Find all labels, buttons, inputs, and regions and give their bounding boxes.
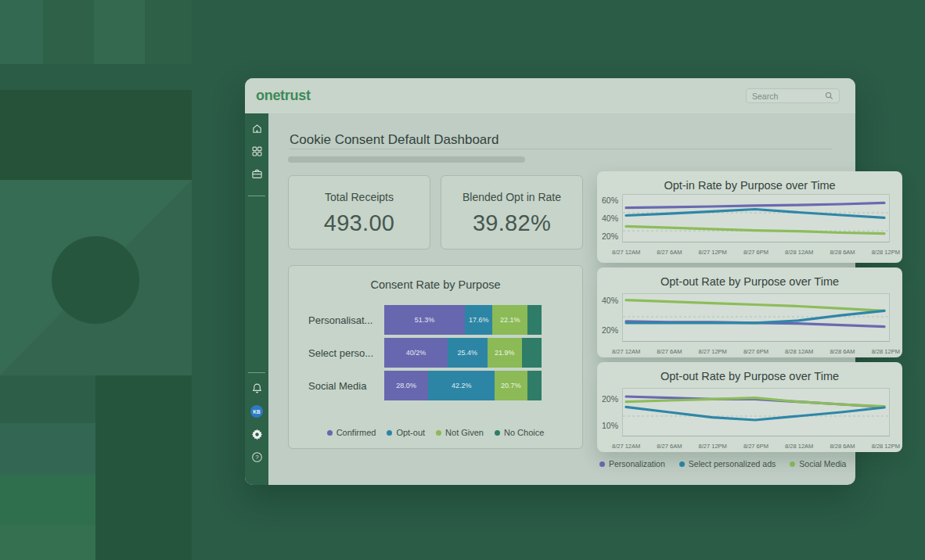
x-axis-tick: 8/28 12PM: [872, 348, 900, 355]
time-charts-column: Opt-in Rate by Purpose over Time60%40%20…: [597, 171, 902, 468]
bar-segment-no-choice: [522, 338, 542, 368]
time-charts-legend: PersonalizationSelect personalized adsSo…: [599, 459, 902, 468]
x-axis-tick: 8/28 6AM: [830, 443, 855, 450]
sidebar-item-help[interactable]: ?: [251, 451, 263, 463]
bg-stripe: [0, 0, 43, 64]
sidebar-item-workspace[interactable]: [251, 168, 263, 180]
bg-mid-block: [0, 180, 192, 375]
y-axis-tick: 20%: [602, 325, 618, 335]
bg-stripe: [43, 0, 94, 64]
line-chart-card-1: Opt-in Rate by Purpose over Time60%40%20…: [597, 171, 902, 263]
x-axis-tick: 8/27 12PM: [699, 443, 727, 450]
apps-icon: [251, 145, 263, 157]
title-divider: [290, 149, 833, 149]
bar-segment-value: 22.1%: [500, 316, 520, 324]
bar-segment-opt-out: 42.2%: [428, 371, 495, 400]
x-axis-tick: 8/27 6PM: [743, 249, 768, 256]
x-axis-tick: 8/28 12PM: [872, 249, 900, 256]
legend-dot: [387, 430, 392, 436]
legend-item: Select personalized ads: [679, 459, 776, 468]
svg-text:?: ?: [255, 454, 259, 461]
kpi-label: Blended Opt in Rate: [441, 191, 582, 203]
legend-dot: [790, 461, 795, 467]
bg-stripe: [0, 526, 95, 560]
x-axis-tick: 8/28 12AM: [785, 348, 813, 355]
consent-rate-card: Consent Rate by Purpose Personalisat...5…: [288, 265, 583, 449]
consent-bar-row: Social Media28.0%42.2%20.7%: [289, 371, 582, 400]
search-icon: [825, 92, 833, 100]
legend-dot: [327, 430, 333, 436]
top-bar: onetrust Search: [245, 78, 855, 114]
plot-area: 60%40%20%8/27 12AM8/27 6AM8/27 12PM8/27 …: [622, 194, 890, 242]
stacked-bar: 28.0%42.2%20.7%: [384, 371, 542, 400]
x-axis-tick: 8/28 12AM: [785, 443, 813, 450]
y-axis-tick: 10%: [602, 421, 618, 430]
bg-stripe: [0, 475, 95, 526]
x-axis-tick: 8/27 12PM: [699, 249, 727, 256]
kpi-card: Total Receipts493.00: [288, 175, 430, 249]
legend-item: Social Media: [790, 459, 846, 468]
chart-title: Opt-in Rate by Purpose over Time: [597, 171, 902, 192]
sidebar-item-notifications[interactable]: [251, 382, 263, 394]
legend-item: Opt-out: [387, 428, 425, 437]
kpi-label: Total Receipts: [289, 191, 430, 203]
sidebar-item-settings[interactable]: [251, 429, 263, 440]
bar-segment-value: 28.0%: [396, 382, 416, 389]
y-axis-tick: 40%: [602, 214, 618, 223]
kpi-value: 39.82%: [441, 210, 582, 236]
kpi-value: 493.00: [289, 210, 430, 236]
sidebar-item-apps[interactable]: [251, 145, 263, 157]
x-axis-labels: 8/27 12AM8/27 6AM8/27 12PM8/27 6PM8/28 1…: [612, 443, 900, 450]
series-line-social-media: [626, 300, 884, 311]
bar-segment-no-choice: [527, 305, 542, 335]
bar-segment-value: 25.4%: [458, 349, 478, 357]
x-axis-tick: 8/28 12AM: [785, 249, 813, 256]
bar-segment-confirmed: 51.3%: [384, 305, 465, 335]
home-icon: [251, 123, 263, 135]
kpi-card: Blended Opt in Rate39.82%: [441, 175, 583, 249]
bar-segment-value: 51.3%: [415, 316, 435, 324]
consent-category-label: Select perso...: [308, 347, 384, 359]
bg-dark-band: [0, 90, 192, 180]
x-axis-tick: 8/27 12PM: [699, 348, 727, 355]
x-axis-labels: 8/27 12AM8/27 6AM8/27 12PM8/27 6PM8/28 1…: [612, 249, 900, 256]
bar-segment-not-given: 22.1%: [492, 305, 527, 335]
x-axis-tick: 8/27 12AM: [612, 249, 640, 256]
bar-segment-confirmed: 40/2%: [384, 338, 448, 368]
line-chart-svg: [623, 294, 889, 341]
plot-area: 40%20%8/27 12AM8/27 6AM8/27 12PM8/27 6PM…: [622, 293, 890, 342]
onetrust-logo: onetrust: [256, 88, 311, 104]
consent-category-label: Personalisat...: [308, 314, 384, 326]
bar-segment-value: 21.9%: [495, 349, 515, 357]
consent-bar-row: Personalisat...51.3%17.6%22.1%: [289, 305, 582, 335]
legend-item: Confirmed: [327, 428, 376, 437]
bg-stripe: [0, 423, 95, 475]
line-chart-card-3: Opt-out Rate by Purpose over Time20%10%8…: [597, 362, 902, 452]
x-axis-tick: 8/28 12PM: [872, 443, 900, 450]
help-icon: ?: [251, 451, 263, 463]
search-box[interactable]: Search: [746, 88, 840, 103]
legend-label: No Choice: [504, 428, 544, 437]
x-axis-tick: 8/27 12AM: [612, 348, 640, 355]
series-line-social-media: [626, 226, 884, 233]
search-placeholder: Search: [752, 92, 778, 101]
legend-label: Personalization: [609, 459, 665, 468]
legend-label: Select personalized ads: [689, 459, 776, 468]
chart-title: Opt-out Rate by Purpose over Time: [597, 267, 902, 288]
x-axis-tick: 8/28 6AM: [830, 348, 855, 355]
y-axis-tick: 20%: [602, 232, 618, 241]
avatar[interactable]: KB: [250, 405, 263, 418]
legend-dot: [679, 461, 685, 467]
legend-dot: [436, 430, 441, 436]
line-chart-svg: [623, 195, 889, 242]
bg-dark-column: [95, 375, 192, 560]
legend-item: No Choice: [495, 428, 544, 437]
x-axis-tick: 8/27 6AM: [657, 249, 682, 256]
y-axis-tick: 60%: [602, 196, 618, 205]
sidebar-item-home[interactable]: [251, 123, 263, 135]
x-axis-tick: 8/27 6PM: [743, 443, 768, 450]
consent-bars: Personalisat...51.3%17.6%22.1%Select per…: [289, 305, 582, 404]
x-axis-tick: 8/27 6PM: [743, 348, 768, 355]
chart-title: Opt-out Rate by Purpose over Time: [597, 362, 902, 382]
x-axis-tick: 8/27 6AM: [657, 348, 682, 355]
